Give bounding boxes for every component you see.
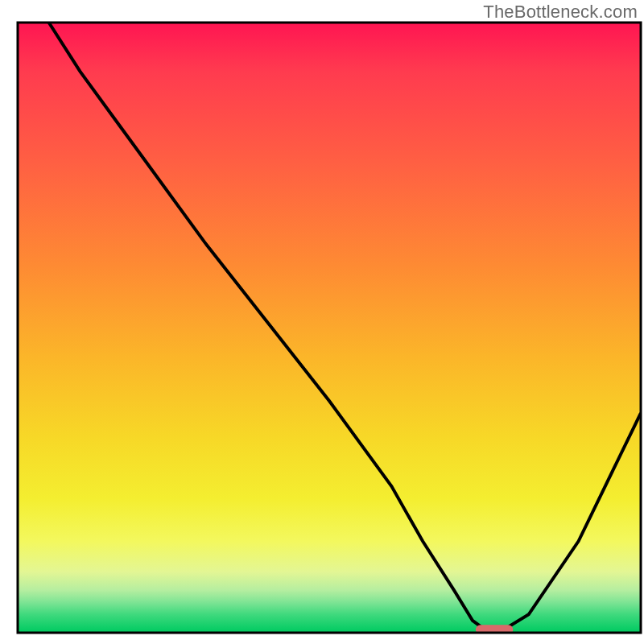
chart-canvas: [0, 0, 644, 644]
watermark-text: TheBottleneck.com: [483, 2, 638, 23]
bottleneck-chart: TheBottleneck.com: [0, 0, 644, 644]
